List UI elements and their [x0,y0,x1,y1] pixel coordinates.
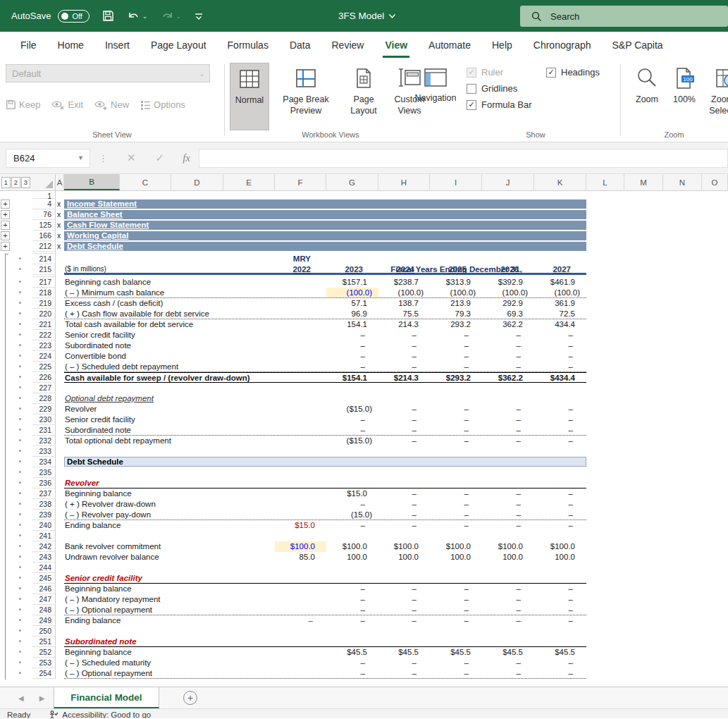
cell[interactable] [56,446,64,457]
cell[interactable]: – [378,615,430,626]
cell[interactable]: ($15.0) [326,436,378,446]
checkbox-formula-bar[interactable]: ✓Formula Bar [467,99,532,110]
column-header-M[interactable]: M [624,174,663,190]
row-header[interactable]: 222 [32,330,56,340]
cell[interactable]: (100.0) [378,288,430,297]
column-header-H[interactable]: H [378,174,430,190]
cell[interactable]: (100.0) [482,288,534,297]
cell[interactable]: – [378,520,430,531]
cell[interactable]: – [378,605,430,615]
cell[interactable]: 2025 [430,264,482,273]
cell[interactable]: x [56,220,64,231]
row-header[interactable]: 245 [32,573,56,584]
cell[interactable]: – [430,499,482,510]
cell[interactable] [275,488,326,499]
section-heading[interactable]: Subordinated note [64,637,275,646]
cell[interactable] [56,573,64,584]
outline-level-2-button[interactable]: 2 [11,177,20,188]
cell[interactable]: 292.9 [482,298,534,309]
cell[interactable]: ($15.0) [326,404,378,414]
ribbon-tab-formulas[interactable]: Formulas [217,33,279,57]
section-heading[interactable]: Revolver [64,478,275,488]
cell[interactable] [275,425,326,435]
cell[interactable] [275,277,326,288]
cell[interactable]: – [482,594,534,605]
row-header[interactable]: 217 [32,277,56,288]
cell[interactable] [56,414,64,425]
section-band-cash-flow-statement[interactable]: Cash Flow Statement [64,221,586,230]
cell[interactable]: – [378,436,430,446]
checkbox-gridlines[interactable]: Gridlines [467,83,532,94]
expand-group-button[interactable]: + [1,231,10,240]
cell[interactable]: (100.0) [326,288,378,297]
cell[interactable] [275,362,326,371]
cell[interactable] [275,605,326,615]
cell[interactable]: – [534,351,586,362]
row-header[interactable]: 252 [32,647,56,658]
cell[interactable]: – [326,520,378,531]
column-header-J[interactable]: J [482,174,534,190]
row-label[interactable]: ( + ) Revolver draw-down [64,499,275,510]
column-header-N[interactable]: N [663,174,702,190]
row-label[interactable]: ( – ) Minimum cash balance [64,288,275,297]
cell[interactable] [275,414,326,425]
cell[interactable]: – [378,414,430,425]
cell[interactable]: 362.2 [482,319,534,330]
search-input[interactable]: Search [520,6,728,27]
cell[interactable]: – [378,658,430,668]
name-box[interactable]: B624▼ [6,149,90,168]
outline-level-1-button[interactable]: 1 [1,177,11,188]
cell[interactable]: $100.0 [430,541,482,552]
row-header[interactable]: 4 [32,199,56,209]
sheet-tab-financial-model[interactable]: Financial Model [54,687,159,708]
row-header[interactable]: 229 [32,404,56,414]
cell[interactable]: – [430,436,482,446]
cell[interactable] [56,319,64,330]
cell[interactable] [56,457,64,467]
keep-button[interactable]: Keep [6,99,40,110]
cell[interactable] [56,510,64,520]
cell[interactable]: – [430,425,482,435]
cell[interactable] [275,309,326,319]
row-header[interactable]: 251 [32,637,56,647]
cell[interactable]: x [56,199,64,209]
cell[interactable] [275,499,326,510]
cell[interactable]: – [534,510,586,520]
cell[interactable] [56,277,64,288]
row-label[interactable]: Convertible bond [64,351,275,362]
cell[interactable]: (15.0) [326,510,378,520]
row-label[interactable]: ( – ) Revolver pay-down [64,510,275,520]
autosave-toggle[interactable]: Off [58,10,89,23]
cell[interactable]: 2023 [326,264,378,273]
row-header[interactable]: 239 [32,510,56,520]
cell[interactable]: – [534,615,586,626]
sheet-nav-right-icon[interactable]: ▶ [39,694,45,702]
ribbon-tab-home[interactable]: Home [47,33,94,57]
cell[interactable]: 100.0 [326,552,378,563]
cell[interactable] [56,541,64,552]
cell[interactable]: – [430,615,482,626]
cell[interactable] [56,658,64,668]
column-header-I[interactable]: I [430,174,482,190]
row-header[interactable]: 125 [32,220,56,231]
row-label[interactable]: Senior credit facility [64,414,275,425]
cell[interactable]: – [326,499,378,510]
cell[interactable]: 361.9 [534,298,586,309]
ribbon-tab-page-layout[interactable]: Page Layout [140,33,217,57]
cell[interactable]: $313.9 [430,277,482,288]
cell[interactable] [56,499,64,510]
cell[interactable]: 72.5 [534,309,586,319]
cell[interactable]: 100.0 [430,552,482,563]
outline-level-3-button[interactable]: 3 [21,177,30,188]
row-label[interactable]: Total optional debt repayment [64,436,275,446]
cell[interactable]: – [378,425,430,435]
cell[interactable]: – [534,414,586,425]
row-label[interactable]: ( – ) Scheduled maturity [64,658,275,668]
cell[interactable]: $362.2 [482,373,534,382]
cell[interactable]: MRY [275,254,326,264]
row-label[interactable]: Senior credit facility [64,330,275,340]
checkbox-ruler[interactable]: ✓Ruler [467,67,532,78]
row-header[interactable]: 246 [32,584,56,594]
row-label[interactable]: Subordinated note [64,340,275,351]
cell[interactable]: – [482,520,534,531]
